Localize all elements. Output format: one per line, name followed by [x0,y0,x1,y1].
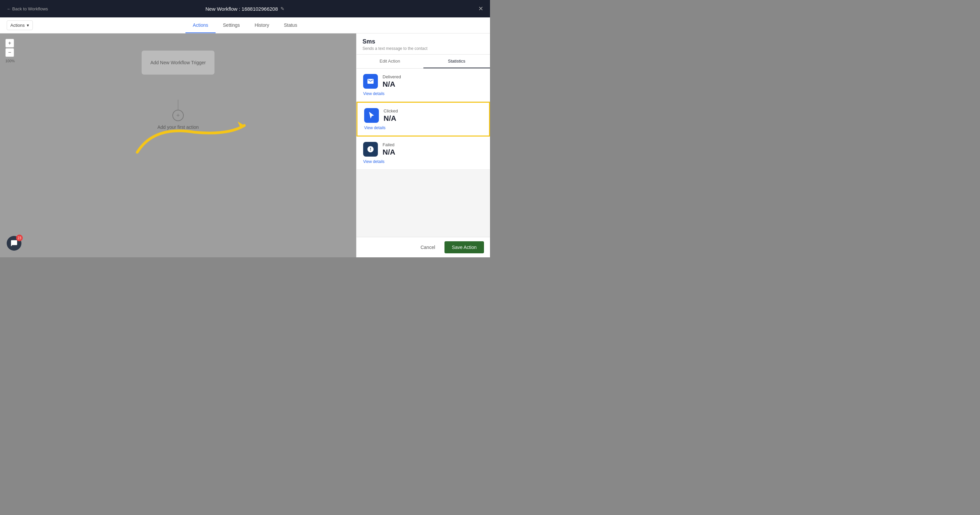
panel-subtitle: Sends a text message to the contact [363,46,484,51]
tab-settings[interactable]: Settings [216,18,247,33]
stat-delivered-value: N/A [383,80,483,89]
chat-badge: 23 [16,235,23,241]
zoom-controls: + − 100% [5,39,15,63]
workflow-title: New Workflow : 1688102966208 ✎ [205,6,285,12]
trigger-box-label: Add New Workflow Trigger [150,60,205,65]
svg-marker-0 [238,121,244,129]
workflow-trigger-box[interactable]: Add New Workflow Trigger [141,50,215,75]
panel-title: Sms [363,38,484,45]
delivered-icon [363,74,378,89]
zoom-out-button[interactable]: − [5,48,14,57]
right-panel: Sms Sends a text message to the contact … [356,33,490,258]
close-button[interactable]: ✕ [478,5,483,13]
add-action-circle[interactable]: + [172,110,184,121]
add-action-label: Add your first action [157,124,199,130]
stat-failed-value: N/A [383,148,483,157]
chevron-down-icon: ▾ [27,23,29,28]
navbar: ← Back to Workflows New Workflow : 16881… [0,0,490,17]
panel-tabs: Edit Action Statistics [356,54,490,68]
annotation-arrow [127,99,255,165]
back-to-workflows-button[interactable]: ← Back to Workflows [7,6,48,11]
main-tabs: Actions Settings History Status [185,18,305,33]
chat-icon [10,240,18,247]
stat-delivered-info: Delivered N/A [383,74,483,89]
failed-icon [363,142,378,157]
actions-dropdown[interactable]: Actions ▾ [7,21,33,30]
clicked-icon [364,108,379,123]
tabs-bar: Actions ▾ Actions Settings History Statu… [0,17,490,33]
save-action-button[interactable]: Save Action [444,241,484,253]
chat-bubble[interactable]: 23 [7,236,21,251]
stat-clicked-view-details[interactable]: View details [364,126,482,130]
workflow-title-text: New Workflow : 1688102966208 [205,6,278,12]
stat-failed: Failed N/A View details [356,137,490,170]
panel-actions: Cancel Save Action [356,237,490,258]
panel-header: Sms Sends a text message to the contact [356,33,490,54]
stat-clicked-label: Clicked [383,108,482,113]
stat-failed-info: Failed N/A [383,142,483,157]
tab-history[interactable]: History [247,18,277,33]
stat-clicked: Clicked N/A View details [356,102,490,137]
zoom-level-label: 100% [5,59,15,63]
panel-tab-edit-action[interactable]: Edit Action [356,54,423,68]
zoom-in-button[interactable]: + [5,39,14,48]
canvas-area: + − 100% Add New Workflow Trigger + Add … [0,33,356,258]
stat-delivered: Delivered N/A View details [356,68,490,102]
edit-workflow-icon[interactable]: ✎ [280,6,285,11]
stat-delivered-label: Delivered [383,74,483,79]
tab-actions[interactable]: Actions [185,18,216,33]
stat-clicked-value: N/A [383,114,482,123]
tab-status[interactable]: Status [277,18,305,33]
stat-delivered-view-details[interactable]: View details [363,91,483,96]
actions-dropdown-label: Actions [10,23,25,28]
stats-content: Delivered N/A View details Clicked [356,68,490,237]
stat-failed-view-details[interactable]: View details [363,159,483,164]
stat-failed-label: Failed [383,142,483,147]
connector-line [178,100,178,110]
cancel-button[interactable]: Cancel [415,241,441,253]
stat-clicked-info: Clicked N/A [383,108,482,123]
panel-tab-statistics[interactable]: Statistics [423,54,490,68]
main-layout: + − 100% Add New Workflow Trigger + Add … [0,33,490,258]
